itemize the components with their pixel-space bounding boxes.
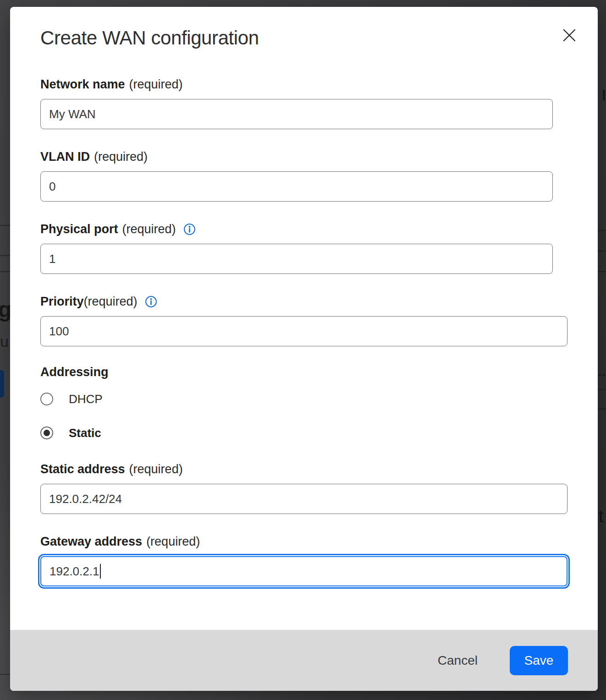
gateway-address-value: 192.0.2.1 [50, 564, 99, 579]
dhcp-option-label: DHCP [69, 392, 103, 406]
background-divider [598, 409, 606, 410]
background-dash-fragment [602, 374, 605, 376]
static-option-label: Static [69, 426, 101, 440]
network-name-input[interactable]: My WAN [40, 99, 553, 129]
radio-unselected-icon[interactable] [40, 393, 53, 405]
priority-input[interactable]: 100 [40, 316, 567, 346]
background-divider [598, 251, 606, 252]
static-address-value: 192.0.2.42/24 [49, 492, 122, 506]
save-button[interactable]: Save [510, 646, 568, 675]
priority-field: Priority (required) 100 [40, 294, 598, 346]
vlan-id-field: VLAN ID (required) 0 [40, 149, 598, 202]
create-wan-dialog: Create WAN configuration Network name (r… [10, 7, 598, 691]
gateway-address-input[interactable]: 192.0.2.1 [40, 556, 567, 586]
radio-selected-icon[interactable] [40, 427, 53, 439]
gateway-address-field: Gateway address (required) 192.0.2.1 [40, 534, 598, 586]
physical-port-label: Physical port [40, 222, 118, 236]
required-hint: (required) [146, 534, 200, 549]
background-button-fragment [0, 370, 4, 398]
text-cursor [100, 564, 101, 579]
vlan-id-label: VLAN ID [40, 149, 90, 164]
background-divider [598, 389, 606, 390]
background-divider [0, 674, 10, 675]
priority-label: Priority [40, 294, 84, 309]
info-icon[interactable] [145, 295, 157, 308]
static-address-input[interactable]: 192.0.2.42/24 [40, 484, 567, 514]
network-name-label: Network name [40, 77, 125, 92]
physical-port-value: 1 [49, 252, 55, 266]
background-text-fragment: t [599, 508, 604, 525]
static-address-label: Static address [40, 462, 125, 476]
network-name-value: My WAN [49, 107, 96, 121]
dialog-footer: Cancel Save [10, 630, 598, 691]
info-icon[interactable] [183, 223, 196, 235]
addressing-heading: Addressing [40, 365, 598, 379]
physical-port-input[interactable]: 1 [40, 244, 553, 274]
required-hint: (required) [129, 462, 183, 476]
background-divider [598, 230, 606, 231]
vlan-id-input[interactable]: 0 [40, 171, 553, 202]
background-text-fragment: u [0, 334, 9, 349]
dialog-title: Create WAN configuration [40, 27, 598, 49]
gateway-address-label: Gateway address [40, 534, 142, 549]
addressing-option-static[interactable]: Static [40, 426, 598, 440]
background-dash-fragment [598, 374, 601, 376]
physical-port-field: Physical port (required) 1 [40, 222, 598, 274]
vlan-id-value: 0 [49, 180, 55, 194]
addressing-section: Addressing DHCP Static [40, 365, 598, 440]
required-hint: (required) [94, 149, 148, 164]
background-divider [0, 255, 10, 256]
cancel-button[interactable]: Cancel [428, 649, 488, 673]
close-icon [562, 28, 576, 42]
network-name-field: Network name (required) My WAN [40, 77, 598, 129]
required-hint: (required) [84, 294, 138, 309]
required-hint: (required) [129, 77, 183, 92]
static-address-field: Static address (required) 192.0.2.42/24 [40, 462, 598, 514]
priority-value: 100 [49, 324, 69, 339]
background-divider [0, 225, 10, 226]
addressing-option-dhcp[interactable]: DHCP [40, 392, 598, 406]
close-button[interactable] [559, 25, 579, 45]
background-divider [598, 271, 606, 272]
required-hint: (required) [122, 222, 176, 236]
background-divider [0, 271, 10, 272]
